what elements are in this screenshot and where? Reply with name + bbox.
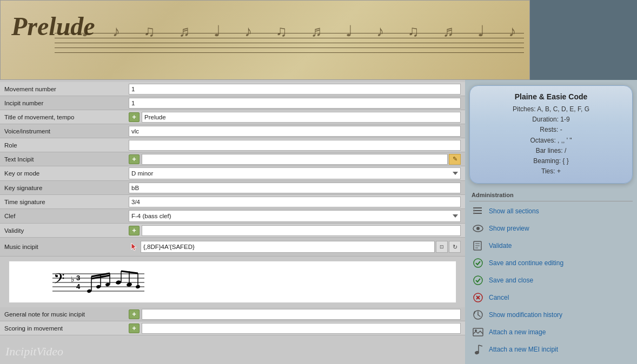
key-signature-label: Key signature bbox=[4, 185, 129, 191]
validity-input[interactable] bbox=[142, 225, 461, 236]
divider-1 bbox=[469, 201, 633, 201]
cancel-item[interactable]: Cancel bbox=[465, 289, 637, 306]
save-continue-item[interactable]: Save and continue editing bbox=[465, 254, 637, 272]
watermark-text: IncipitVideo bbox=[5, 345, 63, 359]
svg-line-44 bbox=[479, 345, 482, 346]
music-notes: ♩ ♪ ♫ ♬ ♩ ♪ ♫ ♬ ♩ ♪ ♫ ♬ ♩ ♪ bbox=[82, 22, 526, 40]
validate-item[interactable]: Validate bbox=[465, 237, 637, 254]
svg-text:𝄢: 𝄢 bbox=[54, 271, 65, 290]
attach-image-item[interactable]: Attach a new image bbox=[465, 323, 637, 341]
time-signature-input[interactable] bbox=[129, 197, 461, 207]
attach-mei-item[interactable]: Attach a new MEI incipit bbox=[465, 341, 637, 358]
key-mode-row: Key or mode D minor C major G major D ma… bbox=[0, 166, 465, 181]
modification-history-label: Show modification history bbox=[489, 311, 562, 319]
clef-label: Clef bbox=[4, 213, 129, 219]
music-incipit-refresh-icon[interactable]: ↻ bbox=[449, 241, 461, 253]
plaine-beaming: Beaming: { } bbox=[479, 156, 623, 166]
scoring-add-button[interactable]: + bbox=[129, 323, 140, 333]
general-note-label: General note for music incipit bbox=[4, 311, 129, 318]
music-score-svg: 𝄢 ♭ 3 4 bbox=[42, 266, 150, 298]
cancel-label: Cancel bbox=[489, 294, 509, 301]
svg-point-34 bbox=[474, 259, 482, 267]
sidebar: Plaine & Easie Code Pitches: A, B, C, D,… bbox=[465, 80, 637, 364]
cancel-icon bbox=[472, 291, 485, 304]
svg-point-11 bbox=[96, 285, 101, 289]
general-note-add-button[interactable]: + bbox=[129, 309, 140, 319]
mouse-cursor bbox=[129, 239, 140, 255]
plaine-easie-box: Plaine & Easie Code Pitches: A, B, C, D,… bbox=[469, 85, 633, 184]
title-movement-input[interactable] bbox=[142, 112, 461, 123]
svg-rect-27 bbox=[473, 208, 475, 214]
movement-number-input[interactable] bbox=[129, 84, 461, 95]
music-score-area: 𝄢 ♭ 3 4 bbox=[9, 261, 456, 303]
validity-label: Validity bbox=[4, 227, 129, 234]
save-close-label: Save and close bbox=[489, 277, 533, 284]
save-close-icon bbox=[472, 274, 485, 287]
key-signature-input[interactable] bbox=[129, 183, 461, 193]
movement-number-row: Movement number bbox=[0, 82, 465, 96]
general-note-row: General note for music incipit + bbox=[0, 307, 465, 321]
validity-add-button[interactable]: + bbox=[129, 226, 140, 235]
title-add-button[interactable]: + bbox=[129, 112, 140, 122]
sidebar-actions: Administration Show all sections bbox=[465, 188, 637, 360]
key-mode-select[interactable]: D minor C major G major D major A minor bbox=[129, 167, 461, 179]
incipit-number-row: Incipit number bbox=[0, 96, 465, 110]
clef-row: Clef F-4 (bass clef) G-2 (treble clef) C… bbox=[0, 209, 465, 224]
svg-line-23 bbox=[121, 271, 138, 273]
time-signature-label: Time signature bbox=[4, 199, 129, 205]
history-icon bbox=[472, 308, 485, 321]
scoring-input[interactable] bbox=[142, 323, 461, 334]
title-movement-row: Title of movement, tempo + bbox=[0, 110, 465, 124]
music-incipit-expand-icon[interactable]: ⊡ bbox=[436, 241, 448, 253]
svg-point-35 bbox=[474, 276, 482, 285]
movement-number-label: Movement number bbox=[4, 86, 129, 92]
attach-image-icon bbox=[472, 326, 485, 339]
form-area: Movement number Incipit number Title of … bbox=[0, 80, 465, 364]
incipit-number-input[interactable] bbox=[129, 98, 461, 109]
role-label: Role bbox=[4, 142, 129, 149]
general-note-input[interactable] bbox=[142, 309, 461, 320]
svg-point-17 bbox=[115, 280, 121, 285]
svg-text:♭: ♭ bbox=[71, 275, 75, 284]
show-preview-item[interactable]: Show preview bbox=[465, 220, 637, 237]
svg-text:3: 3 bbox=[76, 274, 80, 282]
administration-label: Administration bbox=[465, 190, 637, 200]
voice-instrument-input[interactable] bbox=[129, 126, 461, 137]
text-incipit-add-button[interactable]: + bbox=[129, 154, 140, 164]
text-incipit-input[interactable] bbox=[142, 154, 448, 165]
voice-instrument-row: Voice/instrument bbox=[0, 124, 465, 138]
music-incipit-input[interactable] bbox=[141, 241, 435, 253]
text-incipit-edit-icon[interactable]: ✎ bbox=[449, 154, 461, 165]
svg-point-13 bbox=[105, 282, 110, 287]
text-incipit-row: Text Incipit + ✎ bbox=[0, 152, 465, 166]
title-movement-label: Title of movement, tempo bbox=[4, 114, 129, 120]
plaine-ties: Ties: + bbox=[479, 166, 623, 177]
voice-instrument-label: Voice/instrument bbox=[4, 128, 129, 134]
attach-image-label: Attach a new image bbox=[489, 328, 546, 336]
show-preview-label: Show preview bbox=[489, 225, 529, 232]
validate-label: Validate bbox=[489, 242, 512, 250]
role-input[interactable] bbox=[129, 140, 461, 151]
time-signature-row: Time signature bbox=[0, 195, 465, 209]
plaine-duration: Duration: 1-9 bbox=[479, 114, 623, 125]
music-incipit-label: Music incipit bbox=[4, 244, 129, 250]
eye-icon bbox=[472, 222, 485, 235]
modification-history-item[interactable]: Show modification history bbox=[465, 306, 637, 323]
save-continue-icon bbox=[472, 257, 485, 269]
scoring-row: Scoring in movement + bbox=[0, 321, 465, 335]
validate-icon bbox=[472, 239, 485, 252]
clef-select[interactable]: F-4 (bass clef) G-2 (treble clef) C-3 (a… bbox=[129, 210, 461, 222]
validity-row: Validity + bbox=[0, 224, 465, 238]
music-incipit-row: Music incipit ⊡ ↻ bbox=[0, 238, 465, 257]
cursor-icon bbox=[130, 242, 138, 252]
svg-point-9 bbox=[87, 289, 91, 293]
svg-text:4: 4 bbox=[76, 282, 81, 291]
main-container: Movement number Incipit number Title of … bbox=[0, 80, 637, 364]
text-incipit-label: Text Incipit bbox=[4, 156, 129, 163]
save-close-item[interactable]: Save and close bbox=[465, 272, 637, 289]
show-all-sections-item[interactable]: Show all sections bbox=[465, 203, 637, 220]
role-row: Role bbox=[0, 138, 465, 152]
show-all-sections-label: Show all sections bbox=[489, 207, 539, 215]
plaine-barlines: Bar lines: / bbox=[479, 146, 623, 156]
scoring-label: Scoring in movement bbox=[4, 325, 129, 332]
